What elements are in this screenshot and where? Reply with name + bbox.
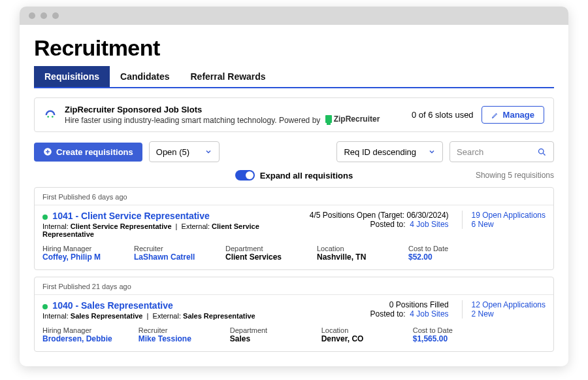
positions-text: 0 Positions Filled xyxy=(370,300,448,309)
svg-point-0 xyxy=(47,116,49,118)
sort-value: Req ID descending xyxy=(344,147,416,157)
promo-subtitle: Hire faster using industry-leading smart… xyxy=(65,114,404,125)
expand-label: Expand all requisitions xyxy=(260,171,353,181)
ziprecruiter-inline-logo: ZipRecruiter xyxy=(325,114,380,124)
recruiter-link[interactable]: LaShawn Catrell xyxy=(134,252,199,262)
requisition-title-link[interactable]: 1040 - Sales Representative xyxy=(52,300,172,311)
open-applications-link[interactable]: 19 Open Applications xyxy=(472,211,546,220)
published-line: First Published 6 days ago xyxy=(35,193,553,205)
tab-requisitions[interactable]: Requisitions xyxy=(34,66,110,87)
applications-panel: 19 Open Applications 6 New xyxy=(462,211,546,229)
tab-candidates[interactable]: Candidates xyxy=(110,66,180,87)
tabs: Requisitions Candidates Referral Rewards xyxy=(34,66,554,88)
internal-external-line: Internal: Client Service Representative … xyxy=(42,222,302,238)
powered-by-name: ZipRecruiter xyxy=(334,114,380,124)
requisition-details: Hiring ManagerCoffey, Philip M Recruiter… xyxy=(35,238,553,262)
posted-label: Posted to: xyxy=(370,309,405,319)
hiring-manager-link[interactable]: Coffey, Philip M xyxy=(42,252,108,262)
tab-referral-rewards[interactable]: Referral Rewards xyxy=(180,66,276,87)
showing-count: Showing 5 requisitions xyxy=(476,171,554,180)
sort-select[interactable]: Req ID descending xyxy=(336,141,443,162)
requisition-title-link[interactable]: 1041 - Client Service Representative xyxy=(52,211,209,221)
requisition-stats: 0 Positions Filled Posted to: 4 Job Site… xyxy=(370,300,448,319)
department-value: Sales xyxy=(230,334,295,343)
plus-circle-icon xyxy=(43,147,52,156)
controls-row: Create requisitions Open (5) Req ID desc… xyxy=(34,141,554,162)
new-applications-link[interactable]: 6 New xyxy=(472,220,546,229)
cost-link[interactable]: $52.00 xyxy=(408,252,474,262)
create-requisitions-button[interactable]: Create requisitions xyxy=(34,143,142,162)
create-label: Create requisitions xyxy=(56,147,133,157)
status-filter-value: Open (5) xyxy=(156,147,189,157)
chevron-down-icon xyxy=(428,148,436,156)
page-title: Recruitment xyxy=(34,35,554,61)
posted-label: Posted to: xyxy=(370,220,405,229)
window-dot xyxy=(41,12,47,19)
svg-point-3 xyxy=(539,148,544,154)
positions-text: 4/5 Positions Open (Target: 06/30/2024) xyxy=(310,211,449,220)
status-dot-icon xyxy=(42,215,48,220)
footer-logos: ZipRecruiter® indeed JOBTARGET xyxy=(0,366,588,380)
requisition-details: Hiring ManagerBrodersen, Debbie Recruite… xyxy=(35,320,553,343)
requisition-stats: 4/5 Positions Open (Target: 06/30/2024) … xyxy=(310,211,449,229)
slots-used-text: 0 of 6 slots used xyxy=(412,110,474,120)
posted-to-link[interactable]: 4 Job Sites xyxy=(410,309,448,319)
chair-icon xyxy=(325,115,332,123)
search-input[interactable]: Search xyxy=(449,141,554,162)
chevron-down-icon xyxy=(204,148,212,156)
search-icon xyxy=(537,147,547,157)
svg-point-1 xyxy=(52,116,54,118)
requisition-card: First Published 21 days ago 1040 - Sales… xyxy=(34,277,554,352)
search-placeholder: Search xyxy=(457,147,483,157)
location-value: Denver, CO xyxy=(321,334,387,343)
location-value: Nashville, TN xyxy=(317,252,382,262)
posted-to-link[interactable]: 4 Job Sites xyxy=(410,220,448,229)
promo-subtitle-text: Hire faster using industry-leading smart… xyxy=(65,116,320,125)
internal-external-line: Internal: Sales Representative | Externa… xyxy=(42,312,362,320)
status-filter-select[interactable]: Open (5) xyxy=(149,141,220,162)
app-window: Recruitment Requisitions Candidates Refe… xyxy=(20,7,568,366)
published-line: First Published 21 days ago xyxy=(35,283,553,295)
window-dot xyxy=(29,12,35,19)
manage-label: Manage xyxy=(503,110,534,120)
hiring-manager-link[interactable]: Brodersen, Debbie xyxy=(42,334,112,343)
applications-panel: 12 Open Applications 2 New xyxy=(462,300,546,319)
window-titlebar xyxy=(20,7,568,25)
window-dot xyxy=(52,12,59,19)
promo-banner: ZipRecruiter Sponsored Job Slots Hire fa… xyxy=(34,97,554,132)
cost-link[interactable]: $1,565.00 xyxy=(413,334,478,343)
open-applications-link[interactable]: 12 Open Applications xyxy=(472,300,546,309)
promo-title: ZipRecruiter Sponsored Job Slots xyxy=(65,105,404,114)
expand-toggle[interactable] xyxy=(235,170,255,181)
pencil-icon xyxy=(491,111,499,119)
requisition-card: First Published 6 days ago 1041 - Client… xyxy=(34,187,554,270)
status-dot-icon xyxy=(42,304,48,309)
new-applications-link[interactable]: 2 New xyxy=(472,309,546,319)
expand-row: Expand all requisitions Showing 5 requis… xyxy=(34,170,554,181)
recruiter-link[interactable]: Mike Tessione xyxy=(139,334,204,343)
department-value: Client Services xyxy=(225,252,291,262)
manage-button[interactable]: Manage xyxy=(482,106,544,124)
dashboard-icon xyxy=(44,109,57,122)
